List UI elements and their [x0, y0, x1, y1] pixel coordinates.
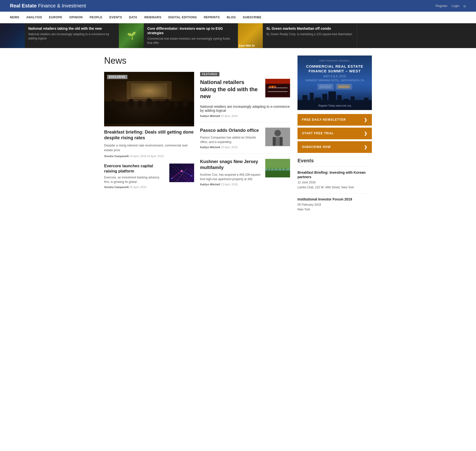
ad-title: COMMERCIAL REAL ESTATE FINANCE SUMMIT – …	[301, 64, 368, 74]
nav-europe[interactable]: EUROPE	[49, 12, 62, 23]
nav-webinars[interactable]: WEBINARS	[144, 12, 161, 23]
article-meta: Sondra Campanelli 25 April, 2018	[104, 186, 166, 189]
article-excerpt: Passco Companies has added an Orlando of…	[200, 135, 262, 144]
article-content: Passco adds Orlando office Passco Compan…	[200, 128, 262, 149]
sidebar-events: Events Breakfast Briefing: Investing wit…	[298, 158, 372, 215]
ticker-thumb: 🌱	[119, 23, 144, 48]
featured-badge: FEATURED	[200, 72, 219, 76]
ticker-item[interactable]: East 46th St SL Green markets Manhattan …	[238, 23, 357, 48]
article-featured: FEATURED National retailers taking the o…	[200, 72, 290, 123]
conference-scene-image	[104, 72, 194, 126]
svg-rect-53	[357, 100, 362, 110]
svg-rect-45	[302, 95, 307, 110]
svg-rect-48	[322, 94, 327, 110]
ticker-strip: National retailers taking the old with t…	[0, 23, 476, 48]
nav-analysis[interactable]: ANALYSIS	[26, 12, 42, 23]
svg-point-8	[174, 101, 178, 108]
arrow-icon: ❯	[364, 145, 367, 149]
nav-digital-editions[interactable]: DIGITAL EDITIONS	[168, 12, 197, 23]
svg-line-12	[172, 171, 182, 178]
ticker-text: SL Green markets Manhattan off condo SL …	[263, 23, 357, 48]
ad-location: FAIRMONT MIRAMAR HOTEL, SANTA MONICA, CA	[305, 79, 364, 82]
article-author: Sondra Campanelli	[104, 155, 129, 158]
svg-point-6	[156, 101, 161, 108]
main-nav: NEWS ANALYSIS EUROPE OPINION PEOPLE EVEN…	[0, 12, 476, 23]
svg-text:CapitalSource: CapitalSource	[338, 86, 349, 88]
svg-point-1	[110, 100, 116, 108]
article-thumbnail	[169, 164, 194, 182]
sidebar-ad-banner[interactable]: CRE FINANCE COUNCIL COMMERCIAL REAL ESTA…	[298, 56, 372, 110]
event-date: 12 June 2018	[298, 180, 372, 185]
article-author: Kaitlyn Mitchell	[200, 146, 220, 149]
header: Real Estate Finance & Investment Registe…	[0, 0, 476, 12]
sidebar: CRE FINANCE COUNCIL COMMERCIAL REAL ESTA…	[298, 56, 372, 215]
nav-people[interactable]: PEOPLE	[89, 12, 102, 23]
svg-rect-54	[364, 98, 368, 110]
ticker-item[interactable]: National retailers taking the old with t…	[0, 23, 119, 48]
nav-news[interactable]: NEWS	[10, 12, 19, 23]
svg-rect-25	[274, 86, 276, 87]
subscribe-cta-button[interactable]: SUBSCRIBE NOW ❯	[298, 141, 372, 153]
section-title: News	[104, 56, 290, 66]
site-logo[interactable]: Real Estate Finance & Investment	[10, 3, 86, 9]
article-excerpt: Evercore, an investment banking advisory…	[104, 175, 166, 184]
svg-rect-20	[265, 79, 290, 84]
ad-org-name: CRE FINANCE COUNCIL	[319, 59, 350, 62]
article-title[interactable]: Passco adds Orlando office	[200, 128, 262, 133]
article-thumbnail	[265, 79, 290, 97]
article-title[interactable]: National retailers taking the old with t…	[200, 79, 262, 100]
event-item: Institutional Investor Forum 2019 05 Feb…	[298, 193, 372, 216]
article-title[interactable]: Breakfast briefing: Deals still getting …	[104, 129, 194, 141]
article-excerpt: Despite a rising interest rate environme…	[104, 143, 194, 153]
nav-reprints[interactable]: REPRINTS	[204, 12, 220, 23]
event-location: Lambs Club, 132 W. 44th Street, New York	[298, 185, 372, 190]
svg-rect-52	[351, 96, 355, 110]
svg-rect-38	[281, 168, 282, 171]
ad-date: MAY 8 & 9, 2018	[324, 75, 346, 78]
main-content: News	[104, 56, 290, 215]
svg-point-27	[274, 130, 281, 136]
nav-blog[interactable]: BLOG	[227, 12, 236, 23]
event-title[interactable]: Breakfast Briefing: Investing with Korea…	[298, 170, 372, 179]
article-image[interactable]: EXCLUSIVE	[104, 72, 194, 126]
ticker-item[interactable]: 🌱 Core differentiator: Investors warm up…	[119, 23, 238, 48]
svg-point-4	[138, 100, 143, 108]
svg-rect-19	[267, 84, 289, 96]
article-meta: Kaitlyn Mitchell 25 April, 2018	[200, 114, 290, 117]
nav-events[interactable]: EVENTS	[109, 12, 122, 23]
article-excerpt: Kushner Cos. has acquired a 494,106-squa…	[200, 172, 262, 181]
article-content: National retailers taking the old with t…	[200, 79, 262, 102]
news-right-column: FEATURED National retailers taking the o…	[200, 72, 290, 196]
newsletter-cta-button[interactable]: FREE DAILY NEWSLETTER ❯	[298, 114, 372, 126]
article-title[interactable]: Evercore launches capital raising platfo…	[104, 164, 166, 174]
ad-logo1: CRE Finance	[317, 84, 334, 90]
article-title[interactable]: Kushner snags New Jersey multifamily	[200, 159, 262, 170]
svg-point-9	[182, 98, 188, 107]
article-excerpt: National retailers are increasingly adap…	[200, 105, 290, 113]
search-icon[interactable]: ⌕	[463, 3, 466, 8]
trial-cta-button[interactable]: START FREE TRIAL ❯	[298, 128, 372, 139]
article-mid: Kushner snags New Jersey multifamily Kus…	[200, 159, 290, 191]
svg-rect-23	[269, 86, 271, 87]
svg-rect-47	[315, 98, 321, 110]
article-content: Evercore launches capital raising platfo…	[104, 164, 166, 189]
login-link[interactable]: Login	[451, 4, 459, 8]
article-meta: Kaitlyn Mitchell 24 April, 2018	[200, 146, 262, 149]
register-link[interactable]: Register	[436, 4, 447, 8]
event-item: Breakfast Briefing: Investing with Korea…	[298, 167, 372, 193]
event-title[interactable]: Institutional Investor Forum 2019	[298, 197, 372, 201]
ad-skyline	[298, 90, 372, 110]
svg-rect-50	[337, 95, 342, 110]
events-section-title: Events	[298, 158, 372, 164]
svg-rect-37	[278, 168, 278, 171]
article-author: Kaitlyn Mitchell	[200, 183, 220, 186]
article-mid: Passco adds Orlando office Passco Compan…	[200, 128, 290, 154]
nav-data[interactable]: DATA	[129, 12, 137, 23]
nav-subscribe[interactable]: SUBSCRIBE	[243, 12, 261, 23]
nav-opinion[interactable]: OPINION	[69, 12, 83, 23]
event-location: New York	[298, 207, 372, 212]
svg-rect-36	[274, 168, 275, 171]
svg-text:CRE Finance: CRE Finance	[320, 86, 330, 88]
exclusive-badge: EXCLUSIVE	[107, 75, 127, 79]
main-container: News	[99, 48, 377, 223]
